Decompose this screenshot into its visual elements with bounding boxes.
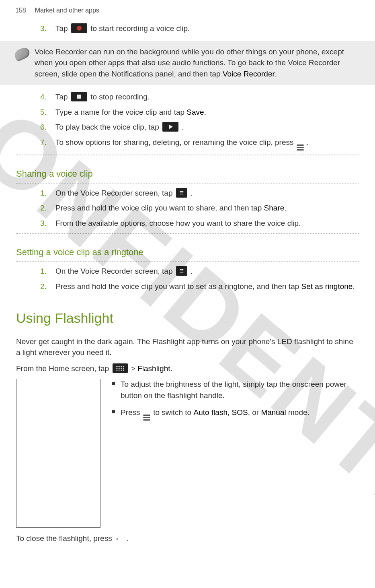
- save-label: Save: [186, 108, 204, 116]
- play-icon: [162, 122, 178, 132]
- open-sep: >: [131, 364, 137, 373]
- flashlight-screenshot-placeholder: [16, 379, 100, 528]
- note-end: .: [275, 70, 277, 78]
- b2-b: to switch to: [153, 408, 193, 417]
- list-icon: [176, 188, 187, 198]
- step-number: 2.: [40, 202, 49, 214]
- sharing-step-3: 3. From the available options, choose ho…: [40, 218, 359, 229]
- step-3: 3. Tap to start recording a voice clip.: [40, 23, 359, 34]
- menu-icon: [143, 415, 150, 421]
- step-body: Press and hold the voice clip you want t…: [55, 281, 359, 292]
- sharing-steps: 1. On the Voice Recorder screen, tap . 2…: [40, 188, 359, 229]
- close-text: To close the flashlight, press: [16, 534, 114, 543]
- step-7: 7. To show options for sharing, deleting…: [40, 137, 359, 151]
- step-number: 3.: [40, 23, 49, 34]
- auto-flash-label: Auto flash: [193, 408, 227, 417]
- step-text: to start recording a voice clip.: [90, 24, 190, 33]
- step-text: On the Voice Recorder screen, tap: [55, 267, 175, 275]
- step-number: 4.: [40, 91, 49, 103]
- flashlight-label: Flashlight: [137, 364, 170, 373]
- ringtone-step-2: 2. Press and hold the voice clip you wan…: [40, 281, 359, 292]
- step-number: 6.: [40, 122, 49, 133]
- note-text: Voice Recorder can run on the background…: [35, 47, 344, 78]
- step-6: 6. To play back the voice clip, tap .: [40, 122, 359, 133]
- b2-sep2: , or: [248, 408, 261, 417]
- record-icon: [71, 23, 87, 33]
- flashlight-open: From the Home screen, tap > Flashlight.: [16, 363, 359, 374]
- step-end: .: [182, 123, 184, 131]
- step-end: .: [191, 267, 193, 275]
- step-body: To play back the voice clip, tap .: [55, 122, 359, 133]
- recorder-steps-part1: 3. Tap to start recording a voice clip.: [40, 23, 359, 34]
- step-body: On the Voice Recorder screen, tap .: [55, 266, 359, 277]
- section-divider: [16, 183, 359, 184]
- flashlight-intro: Never get caught in the dark again. The …: [16, 336, 359, 358]
- step-body: To show options for sharing, deleting, o…: [55, 137, 359, 151]
- step-text: to stop recording.: [90, 93, 150, 101]
- sos-label: SOS: [232, 408, 248, 417]
- apps-icon: [113, 363, 128, 373]
- ringtone-step-1: 1. On the Voice Recorder screen, tap .: [40, 266, 359, 277]
- bullet-brightness: To adjust the brightness of the light, s…: [112, 379, 359, 401]
- section-title-ringtone: Setting a voice clip as a ringtone: [16, 246, 359, 259]
- step-number: 5.: [40, 107, 49, 118]
- menu-icon: [297, 144, 304, 151]
- b2-a: Press: [121, 408, 142, 417]
- section-divider: [16, 261, 359, 262]
- share-label: Share: [264, 204, 285, 212]
- back-icon: ←: [114, 532, 125, 545]
- note-bold: Voice Recorder: [223, 70, 275, 78]
- b2-sep1: ,: [227, 408, 232, 417]
- step-5: 5. Type a name for the voice clip and ta…: [40, 107, 359, 118]
- stop-icon: [71, 92, 87, 101]
- page-header: 158 Market and other apps: [0, 0, 375, 19]
- set-ringtone-label: Set as ringtone: [301, 282, 353, 291]
- step-number: 1.: [40, 188, 49, 199]
- ringtone-steps: 1. On the Voice Recorder screen, tap . 2…: [40, 266, 359, 292]
- step-text: Tap: [55, 24, 70, 33]
- step-end: .: [284, 204, 286, 212]
- step-body: Tap to start recording a voice clip.: [55, 23, 359, 34]
- close-end: .: [127, 534, 129, 543]
- step-text: Tap: [55, 93, 70, 101]
- step-body: Press and hold the voice clip you want t…: [55, 202, 359, 214]
- page-header-title: Market and other apps: [35, 6, 99, 15]
- sharing-step-1: 1. On the Voice Recorder screen, tap .: [40, 188, 359, 199]
- step-text: On the Voice Recorder screen, tap: [55, 189, 175, 197]
- section-title-sharing: Sharing a voice clip: [16, 167, 359, 180]
- bullet-text: Press to switch to Auto flash, SOS, or M…: [121, 407, 309, 421]
- step-number: 1.: [40, 266, 49, 277]
- bullet-modes: Press to switch to Auto flash, SOS, or M…: [112, 407, 359, 421]
- step-body: From the available options, choose how y…: [55, 218, 359, 229]
- page-number: 158: [15, 6, 26, 15]
- open-end: .: [170, 364, 172, 373]
- step-number: 3.: [40, 218, 49, 229]
- heading-flashlight: Using Flashlight: [16, 308, 359, 328]
- step-end: .: [191, 189, 193, 197]
- note-voice-recorder: Voice Recorder can run on the background…: [0, 41, 375, 85]
- sharing-step-2: 2. Press and hold the voice clip you wan…: [40, 202, 359, 214]
- section-divider: [16, 233, 359, 234]
- bullet-marker: [112, 410, 115, 413]
- section-divider: [16, 155, 359, 155]
- flashlight-row: To adjust the brightness of the light, s…: [16, 379, 359, 528]
- page-content: 3. Tap to start recording a voice clip. …: [0, 23, 375, 566]
- list-icon: [176, 266, 187, 276]
- open-text: From the Home screen, tap: [16, 364, 111, 373]
- step-number: 7.: [40, 137, 49, 151]
- step-text: Type a name for the voice clip and tap: [55, 108, 186, 116]
- step-body: Type a name for the voice clip and tap S…: [55, 107, 359, 118]
- step-body: On the Voice Recorder screen, tap .: [55, 188, 359, 199]
- step-end: .: [204, 108, 206, 116]
- flashlight-bullets: To adjust the brightness of the light, s…: [112, 379, 359, 528]
- step-end: .: [352, 282, 355, 291]
- note-icon: [13, 46, 31, 62]
- step-end: .: [307, 138, 309, 146]
- step-text: Press and hold the voice clip you want t…: [55, 204, 264, 212]
- bullet-marker: [112, 382, 115, 385]
- flashlight-close: To close the flashlight, press ← .: [16, 532, 359, 545]
- step-text: Press and hold the voice clip you want t…: [55, 282, 301, 291]
- step-text: To show options for sharing, deleting, o…: [55, 138, 296, 146]
- b2-end: mode.: [286, 408, 309, 417]
- recorder-steps-part2: 4. Tap to stop recording. 5. Type a name…: [40, 91, 359, 151]
